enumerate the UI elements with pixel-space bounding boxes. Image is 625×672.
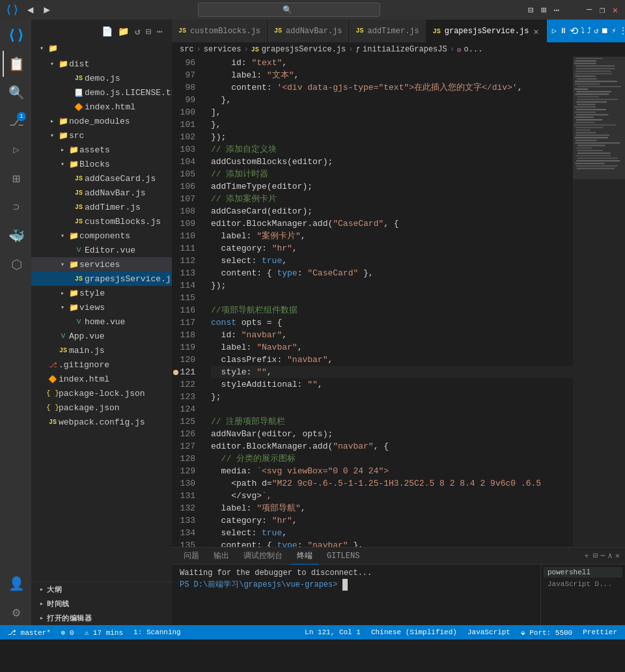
tree-label: addNavBar.js bbox=[85, 188, 146, 198]
activity-item-debug[interactable]: ▷ bbox=[3, 137, 29, 163]
tree-item-dist[interactable]: ▾ 📁 dist bbox=[31, 57, 172, 71]
debug-more-btn[interactable]: ⋮ bbox=[619, 26, 626, 36]
activity-item-settings[interactable]: ⚙ bbox=[3, 599, 29, 625]
timeline-section[interactable]: ▸ 时间线 bbox=[31, 596, 172, 611]
tree-item-demo-js[interactable]: JS demo.js bbox=[31, 71, 172, 85]
new-file-icon[interactable]: 📄 bbox=[100, 25, 115, 38]
activity-item-search[interactable]: 🔍 bbox=[3, 79, 29, 105]
tree-item-gitignore[interactable]: ⎇ .gitignore bbox=[31, 357, 172, 372]
status-scanning[interactable]: 1: Scanning bbox=[131, 628, 184, 636]
tree-item-addCaseCard[interactable]: JS addCaseCard.js bbox=[31, 171, 172, 186]
tree-item-Editor-vue[interactable]: V Editor.vue bbox=[31, 243, 172, 257]
tree-item-home-vue[interactable]: V home.vue bbox=[31, 315, 172, 329]
tree-item-node-modules[interactable]: ▸ 📁 node_modules bbox=[31, 114, 172, 128]
status-cursor[interactable]: Ln 121, Col 1 bbox=[302, 628, 363, 636]
status-branch[interactable]: ⎇ master* bbox=[5, 628, 53, 637]
tree-item-App-vue[interactable]: V App.vue bbox=[31, 329, 172, 343]
collapse-icon[interactable]: ⊟ bbox=[145, 25, 153, 38]
tree-item-index-html2[interactable]: 🔶 index.html bbox=[31, 372, 172, 386]
activity-item-explorer[interactable]: 📋 bbox=[3, 51, 29, 77]
minimap[interactable] bbox=[573, 57, 625, 547]
debug-pause-btn[interactable]: ⏸ bbox=[559, 26, 567, 36]
activity-item-docker[interactable]: 🐳 bbox=[3, 223, 29, 249]
panel-tab-output[interactable]: 输出 bbox=[207, 548, 236, 565]
status-errors[interactable]: ⊗ 0 bbox=[59, 628, 77, 637]
breadcrumb-src[interactable]: src bbox=[180, 45, 194, 54]
refresh-icon[interactable]: ↺ bbox=[133, 25, 142, 38]
nav-forward[interactable]: ▶ bbox=[41, 2, 53, 18]
status-language[interactable]: JavaScript bbox=[465, 628, 513, 636]
panel-tab-terminal[interactable]: 终端 bbox=[290, 548, 319, 565]
title-search[interactable]: 🔍 bbox=[198, 3, 380, 17]
debug-continue-btn[interactable]: ▷ bbox=[552, 26, 557, 36]
tab-addTimer[interactable]: JS addTimer.js bbox=[349, 20, 426, 42]
breadcrumb-function[interactable]: initializeGrapesJS bbox=[363, 45, 447, 54]
new-folder-icon[interactable]: 📁 bbox=[117, 25, 131, 38]
tree-item-views[interactable]: ▾ 📁 views bbox=[31, 300, 172, 315]
tab-close-icon[interactable]: ✕ bbox=[533, 25, 539, 38]
breadcrumb-services[interactable]: services bbox=[204, 45, 242, 54]
status-prettier[interactable]: Prettier bbox=[580, 628, 620, 636]
status-port[interactable]: ⬙ Port: 5500 bbox=[518, 628, 575, 637]
debug-stop-btn[interactable]: ⏹ bbox=[601, 26, 609, 36]
line-number: 98 bbox=[172, 81, 199, 94]
new-terminal-icon[interactable]: ＋ bbox=[583, 550, 590, 561]
status-warnings[interactable]: ⚠ 17 mins bbox=[82, 628, 126, 637]
tree-item-demo-license[interactable]: 📃 demo.js.LICENSE.txt bbox=[31, 85, 172, 100]
tab-customBlocks[interactable]: JS customBlocks.js bbox=[172, 20, 268, 42]
split-terminal-icon[interactable]: ⊟ bbox=[593, 551, 598, 561]
tree-item-services[interactable]: ▾ 📁 services bbox=[31, 257, 172, 272]
tab-grapesjsService[interactable]: JS grapesjsService.js ✕ bbox=[426, 20, 547, 42]
activity-item-grapes[interactable]: ⬡ bbox=[3, 251, 29, 277]
breadcrumb-symbol[interactable]: o... bbox=[464, 45, 483, 54]
tree-item-src[interactable]: ▾ 📁 src bbox=[31, 128, 172, 143]
panel-close-icon[interactable]: ✕ bbox=[615, 551, 620, 561]
debug-hotreload-btn[interactable]: ⚡ bbox=[611, 26, 616, 36]
panel-up-icon[interactable]: ∧ bbox=[608, 551, 613, 561]
terminal-js-debug[interactable]: JavaScript D... bbox=[544, 579, 622, 589]
tree-item-pkg[interactable]: { } package.json bbox=[31, 400, 172, 415]
debug-out-btn[interactable]: ⤴ bbox=[587, 26, 591, 36]
activity-item-remote[interactable]: ⊃ bbox=[3, 194, 29, 220]
nav-back[interactable]: ◀ bbox=[25, 2, 36, 18]
panel-tab-issues[interactable]: 问题 bbox=[177, 548, 206, 565]
debug-over-btn[interactable]: ⟲ bbox=[570, 25, 578, 38]
tree-item-addNavBar[interactable]: JS addNavBar.js bbox=[31, 186, 172, 200]
outline-section[interactable]: ▸ 大纲 bbox=[31, 582, 172, 596]
close-button[interactable]: ✕ bbox=[611, 5, 620, 14]
breadcrumb-file[interactable]: grapesjsService.js bbox=[262, 45, 346, 54]
tree-item-customBlocks[interactable]: JS customBlocks.js bbox=[31, 214, 172, 229]
layout-icon[interactable]: ⊟ bbox=[526, 5, 535, 14]
code-content[interactable]: id: "text", label: "文本", content: '<div … bbox=[206, 57, 573, 547]
more-icon[interactable]: ⋯ bbox=[156, 25, 164, 38]
dots-icon[interactable]: ⋯ bbox=[552, 5, 561, 14]
tree-item-pkg-lock[interactable]: { } package-lock.json bbox=[31, 386, 172, 400]
activity-item-account[interactable]: 👤 bbox=[3, 570, 29, 596]
maximize-button[interactable]: ❐ bbox=[598, 5, 607, 14]
panel-tab-gitlens[interactable]: GITLENS bbox=[320, 548, 366, 565]
open-editors-section[interactable]: ▸ 打开的编辑器 bbox=[31, 611, 172, 625]
minimize-button[interactable]: ─ bbox=[585, 5, 594, 14]
panel-more-icon[interactable]: ⋯ bbox=[600, 551, 605, 561]
tree-project-root[interactable]: ▾ 📁 bbox=[31, 41, 172, 55]
tree-item-blocks[interactable]: ▾ 📁 Blocks bbox=[31, 157, 172, 171]
debug-into-btn[interactable]: ⤵ bbox=[581, 26, 585, 36]
tree-item-style[interactable]: ▸ 📁 style bbox=[31, 286, 172, 300]
outline-label: 大纲 bbox=[47, 585, 62, 595]
tree-item-main-js[interactable]: JS main.js bbox=[31, 343, 172, 357]
activity-item-extensions[interactable]: ⊞ bbox=[3, 165, 29, 191]
js-icon: JS bbox=[73, 204, 85, 211]
tree-item-grapesjsService[interactable]: JS grapesjsService.js bbox=[31, 272, 172, 286]
status-language-encoding[interactable]: Chinese (Simplified) bbox=[368, 628, 460, 636]
activity-item-git[interactable]: ⎇ 1 bbox=[3, 108, 29, 134]
tree-item-assets[interactable]: ▸ 📁 assets bbox=[31, 143, 172, 157]
tree-item-webpack[interactable]: JS webpack.config.js bbox=[31, 415, 172, 429]
tab-addNavBar[interactable]: JS addNavBar.js bbox=[268, 20, 349, 42]
tree-item-index-html[interactable]: 🔶 index.html bbox=[31, 100, 172, 114]
panel-tab-debug[interactable]: 调试控制台 bbox=[237, 548, 289, 565]
tree-item-addTimer[interactable]: JS addTimer.js bbox=[31, 200, 172, 214]
split-icon[interactable]: ⊞ bbox=[539, 5, 548, 14]
tree-item-components[interactable]: ▾ 📁 components bbox=[31, 229, 172, 243]
terminal-powershell[interactable]: powershell bbox=[544, 567, 622, 578]
debug-restart-btn[interactable]: ↺ bbox=[594, 26, 598, 36]
